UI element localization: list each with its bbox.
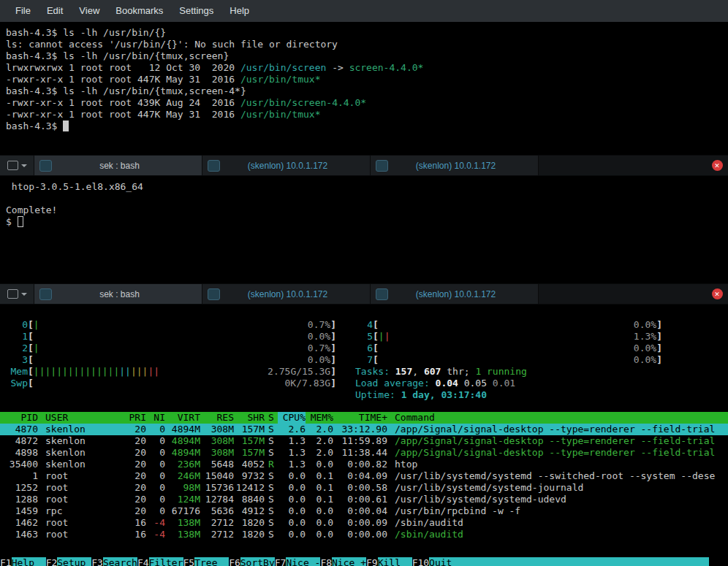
meter-label: 0 <box>10 319 28 331</box>
meter-4: 4[0.0%] <box>355 319 662 331</box>
meter-value: 0.7% <box>308 319 330 331</box>
process-row[interactable]: 4898skenlon2004894M308M157MS1.32.011:38.… <box>0 447 728 459</box>
column-header-cpu[interactable]: CPU% <box>278 412 306 424</box>
htop-process-table: PIDUSERPRINIVIRTRESSHRSCPU%MEM%TIME+Comm… <box>0 412 728 540</box>
meter-5: 5[||1.3%] <box>355 331 662 343</box>
fkey-number: F8 <box>320 557 332 566</box>
menu-item-file[interactable]: File <box>7 0 39 22</box>
column-header-user[interactable]: USER <box>38 412 126 424</box>
fkey-label: Setup <box>57 557 91 566</box>
meter-value: 1.3% <box>634 331 656 343</box>
terminal-tab-icon <box>208 288 220 300</box>
fkey-f6[interactable]: F6SortBy <box>229 557 275 566</box>
column-header-command[interactable]: Command <box>387 412 728 424</box>
terminal-pane-middle[interactable]: htop-3.0.5-1.el8.x86_64 Complete!$ <box>0 176 728 283</box>
menu-item-help[interactable]: Help <box>221 0 257 22</box>
process-row[interactable]: 1463root16-4138M27121820S0.00.00:00.00/s… <box>0 529 728 540</box>
column-header-shr[interactable]: SHR <box>234 412 265 424</box>
process-row[interactable]: 1root200246M150409732S0.00.10:04.09/usr/… <box>0 470 728 482</box>
fkey-label: Nice - <box>286 557 320 566</box>
menu-item-view[interactable]: View <box>71 0 107 22</box>
fkey-f7[interactable]: F7Nice - <box>275 557 321 566</box>
fkey-f3[interactable]: F3Search <box>91 557 137 566</box>
fkey-label: Tree <box>194 557 229 566</box>
tab-bar-spacer <box>539 156 706 175</box>
close-tab-button[interactable]: ✕ <box>706 284 728 304</box>
meter-value: 0.0% <box>634 354 656 366</box>
terminal-tab-icon <box>208 160 220 172</box>
tab-2[interactable]: (skenlon) 10.0.1.172 <box>202 156 371 175</box>
terminal-line: $ <box>6 216 725 228</box>
column-header-virt[interactable]: VIRT <box>165 412 200 424</box>
fkey-number: F4 <box>137 557 149 566</box>
uptime: Uptime: 1 day, 03:17:40 <box>355 389 487 401</box>
fkey-label: Filter <box>149 557 183 566</box>
fkey-number: F2 <box>46 557 58 566</box>
menu-item-settings[interactable]: Settings <box>171 0 221 22</box>
column-header-time[interactable]: TIME+ <box>333 412 387 424</box>
tab-label: (skenlon) 10.0.1.172 <box>220 161 370 171</box>
new-tab-button[interactable] <box>0 284 34 304</box>
tab-3[interactable]: (skenlon) 10.0.1.172 <box>371 156 539 175</box>
menu-item-bookmarks[interactable]: Bookmarks <box>107 0 171 22</box>
terminal-line: Complete! <box>6 204 725 216</box>
terminal-pane-top[interactable]: bash-4.3$ ls -lh /usr/bin/{}ls: cannot a… <box>0 22 728 155</box>
fkey-f10[interactable]: F10Quit <box>412 557 463 566</box>
meter-7: 7[0.0%] <box>355 354 662 366</box>
tab-2[interactable]: (skenlon) 10.0.1.172 <box>202 284 371 304</box>
terminal-tab-icon <box>376 288 388 300</box>
process-row[interactable]: 1288root200124M127848840S0.00.10:00.61/u… <box>0 494 728 505</box>
new-tab-icon <box>7 289 18 299</box>
column-header-mem[interactable]: MEM% <box>306 412 333 424</box>
meter-label: Swp <box>10 378 28 389</box>
column-header-pid[interactable]: PID <box>0 412 38 424</box>
column-header-ni[interactable]: NI <box>146 412 165 424</box>
fkey-label: Kill <box>378 557 412 566</box>
fkey-number: F6 <box>229 557 240 566</box>
htop-function-key-bar: F1Help F2Setup F3SearchF4FilterF5Tree F6… <box>0 557 728 566</box>
tab-1[interactable]: sek : bash <box>34 156 202 175</box>
process-row[interactable]: 1252root20098M1573612412S0.00.10:00.58/u… <box>0 482 728 494</box>
fkey-f1[interactable]: F1Help <box>0 557 46 566</box>
terminal-line: bash-4.3$ <box>6 121 725 132</box>
htop-meters: 0[|0.7%]4[0.0%]1[0.0%]5[||1.3%]2[|0.7%]6… <box>0 319 728 401</box>
meter-label: 5 <box>355 331 373 343</box>
process-row-selected[interactable]: 4870skenlon2004894M308M157MS2.62.033:12.… <box>0 424 728 435</box>
meter-bars <box>379 319 634 331</box>
terminal-line: -rwxr-xr-x 1 root root 447K May 31 2016 … <box>6 74 725 85</box>
column-header-pri[interactable]: PRI <box>126 412 146 424</box>
meter-label: 4 <box>355 319 373 331</box>
meter-1: 1[0.0%] <box>10 331 336 343</box>
process-row[interactable]: 4872skenlon2004894M308M157MS1.32.011:59.… <box>0 435 728 447</box>
close-tab-button[interactable]: ✕ <box>706 156 728 175</box>
meter-label: 3 <box>10 354 28 366</box>
process-row[interactable]: 1459rpc2006717656364912S0.00.00:00.04/us… <box>0 505 728 517</box>
fkey-label: Quit <box>429 557 463 566</box>
terminal-pane-htop[interactable]: 0[|0.7%]4[0.0%]1[0.0%]5[||1.3%]2[|0.7%]6… <box>0 305 728 566</box>
column-header-s[interactable]: S <box>265 412 278 424</box>
meter-6: 6[0.0%] <box>355 343 662 354</box>
text-cursor <box>18 216 23 227</box>
fkey-f2[interactable]: F2Setup <box>46 557 92 566</box>
tasks-summary: Tasks: 157, 607 thr; 1 running <box>355 366 527 378</box>
fkey-f8[interactable]: F8Nice + <box>320 557 366 566</box>
tab-1[interactable]: sek : bash <box>34 284 202 304</box>
menu-item-edit[interactable]: Edit <box>39 0 71 22</box>
process-row[interactable]: 1462root16-4138M27121820S0.00.00:00.09/s… <box>0 517 728 529</box>
meter-bars: | <box>34 343 308 354</box>
fkey-f9[interactable]: F9Kill <box>366 557 412 566</box>
new-tab-button[interactable] <box>0 156 34 175</box>
tab-3[interactable]: (skenlon) 10.0.1.172 <box>371 284 539 304</box>
terminal-line <box>6 193 725 204</box>
close-icon: ✕ <box>712 288 723 299</box>
terminal-line: htop-3.0.5-1.el8.x86_64 <box>6 181 725 193</box>
tab-label: (skenlon) 10.0.1.172 <box>388 161 538 171</box>
fkey-f5[interactable]: F5Tree <box>183 557 230 566</box>
meter-value: 0.0% <box>308 331 330 343</box>
fkey-f4[interactable]: F4Filter <box>137 557 183 566</box>
process-row[interactable]: 35400skenlon200236M56484052R1.30.00:00.8… <box>0 459 728 470</box>
column-header-res[interactable]: RES <box>200 412 234 424</box>
text-cursor <box>63 121 69 131</box>
terminal-line: bash-4.3$ ls -lh /usr/bin/{tmux,screen} <box>6 50 725 62</box>
meter-label: Mem <box>10 366 28 378</box>
